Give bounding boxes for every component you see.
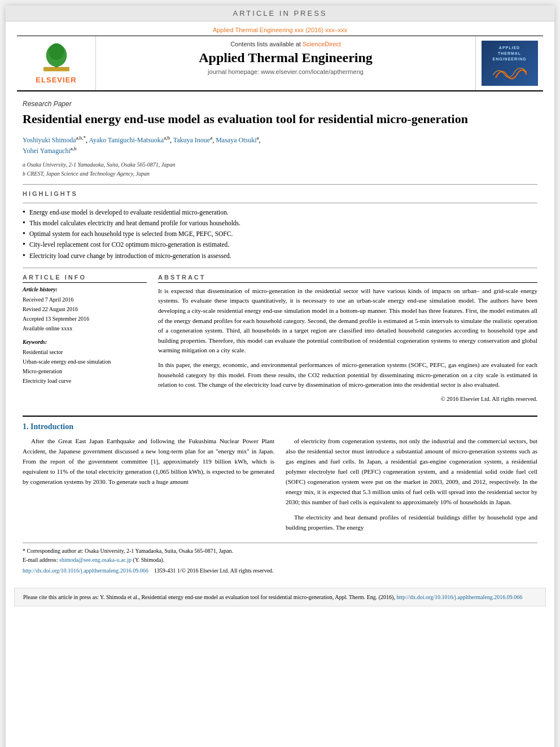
keyword-2: Urban-scale energy end-use simulation	[23, 357, 147, 366]
journal-logo-box: APPLIED THERMAL ENGINEERING	[482, 41, 538, 86]
journal-homepage: journal homepage: www.elsevier.com/locat…	[102, 68, 470, 75]
abstract-title: ABSTRACT	[158, 274, 537, 283]
journal-header-section: ELSEVIER Contents lists available at Sci…	[17, 36, 543, 91]
authors: Yoshiyuki Shimodaa,b,*, Ayako Taniguchi-…	[23, 134, 537, 156]
accepted-date: Accepted 13 September 2016	[23, 314, 147, 324]
introduction-section: 1. Introduction After the Great East Jap…	[23, 416, 537, 537]
affiliations: a Osaka University, 2-1 Yamadaoka, Suita…	[23, 160, 537, 178]
journal-logo-right: APPLIED THERMAL ENGINEERING	[475, 36, 543, 90]
intro-col1-para1: After the Great East Japan Earthquake an…	[23, 436, 274, 487]
highlight-item-4: City-level replacement cost for CO2 opti…	[23, 240, 537, 250]
svg-rect-3	[43, 67, 69, 71]
section-number: 1.	[23, 422, 29, 431]
keyword-3: Micro-generation	[23, 366, 147, 376]
author-yamaguchi: Yohei Yamaguchi	[23, 147, 71, 155]
article-info-col: ARTICLE INFO Article history: Received 7…	[23, 274, 147, 409]
journal-center: Contents lists available at ScienceDirec…	[96, 36, 475, 90]
email-link[interactable]: shimoda@see.eng.osaka-u.ac.jp	[59, 557, 132, 563]
banner-text: ARTICLE IN PRESS	[233, 9, 327, 18]
email-note: E-mail address: shimoda@see.eng.osaka-u.…	[23, 556, 537, 565]
bottom-links: http://dx.doi.org/10.1016/j.applthermale…	[23, 567, 537, 574]
revised-date: Revised 22 August 2016	[23, 304, 147, 314]
journal-header-top: Applied Thermal Engineering xxx (2016) x…	[6, 21, 554, 36]
svg-point-2	[49, 43, 64, 60]
logo-line3: ENGINEERING	[492, 57, 526, 61]
highlight-item-2: This model calculates electricity and he…	[23, 219, 537, 228]
affiliation-b: b CREST, Japan Science and Technology Ag…	[23, 169, 537, 178]
keywords-label: Keywords:	[23, 339, 147, 345]
journal-title: Applied Thermal Engineering	[102, 50, 470, 65]
article-history-label: Article history:	[23, 286, 147, 292]
citation-doi-link[interactable]: http://dx.doi.org/10.1016/j.applthermale…	[396, 594, 522, 600]
highlight-item-5: Electricity load curve change by introdu…	[23, 251, 537, 261]
article-history: Received 7 April 2016 Revised 22 August …	[23, 295, 147, 333]
section-title: Introduction	[30, 422, 73, 431]
email-suffix: (Y. Shimoda).	[133, 557, 165, 563]
logo-decoration-icon	[493, 64, 527, 81]
article-info-title: ARTICLE INFO	[23, 274, 147, 283]
author-shimoda: Yoshiyuki Shimoda	[23, 136, 76, 144]
received-date: Received 7 April 2016	[23, 295, 147, 304]
footnotes: * Corresponding author at: Osaka Univers…	[23, 543, 537, 565]
article-type-label: Research Paper	[23, 100, 537, 108]
keyword-4: Electricity load curve	[23, 376, 147, 386]
abstract-text: It is expected that dissemination of mic…	[158, 286, 537, 404]
corresponding-author-note: * Corresponding author at: Osaka Univers…	[23, 547, 537, 556]
page: ARTICLE IN PRESS Applied Thermal Enginee…	[6, 6, 554, 747]
email-label: E-mail address:	[23, 557, 58, 563]
doi-link-1[interactable]: http://dx.doi.org/10.1016/j.applthermale…	[23, 567, 148, 574]
highlights-section: HIGHLIGHTS Energy end-use model is devel…	[23, 190, 537, 261]
elsevier-text: ELSEVIER	[36, 76, 76, 84]
abstract-col: ABSTRACT It is expected that disseminati…	[158, 274, 537, 409]
author-taniguchi: Ayako Taniguchi-Matsuoka	[89, 136, 164, 144]
abstract-para1: It is expected that dissemination of mic…	[158, 286, 537, 356]
copyright-notice: © 2016 Elsevier Ltd. All rights reserved…	[158, 395, 537, 404]
highlight-item-3: Optimal system for each household type i…	[23, 229, 537, 239]
article-title: Residential energy end-use model as eval…	[23, 111, 537, 128]
bottom-citation-bar: Please cite this article in press as: Y.…	[14, 588, 546, 606]
author-otsuki: Masaya Otsuki	[216, 136, 256, 144]
highlight-item-1: Energy end-use model is developed to eva…	[23, 208, 537, 217]
body-two-col: After the Great East Japan Earthquake an…	[23, 436, 537, 537]
author-inoue: Takuya Inoue	[173, 136, 210, 144]
affiliation-a: a Osaka University, 2-1 Yamadaoka, Suita…	[23, 160, 537, 169]
citation-text: Please cite this article in press as: Y.…	[23, 594, 395, 600]
introduction-title: 1. Introduction	[23, 422, 537, 431]
issn-text: 1359-431 1/© 2016 Elsevier Ltd. All righ…	[154, 567, 274, 574]
main-content: Research Paper Residential energy end-us…	[6, 91, 554, 582]
abstract-para2: In this paper, the energy, economic, and…	[158, 360, 537, 390]
article-in-press-banner: ARTICLE IN PRESS	[6, 6, 554, 21]
keywords: Residential sector Urban-scale energy en…	[23, 347, 147, 386]
body-col-right: of electricity from cogeneration systems…	[286, 436, 537, 537]
elsevier-tree-icon	[37, 42, 76, 73]
logo-line2: THERMAL	[498, 51, 521, 55]
divider-before-article-info	[23, 268, 537, 268]
divider-after-affiliations	[23, 184, 537, 185]
highlights-title: HIGHLIGHTS	[23, 190, 537, 197]
highlights-list: Energy end-use model is developed to eva…	[23, 208, 537, 261]
journal-volume-link[interactable]: Applied Thermal Engineering xxx (2016) x…	[213, 27, 347, 33]
intro-col2-para2: The electricity and heat demand profiles…	[286, 512, 537, 532]
sciencedirect-line: Contents lists available at ScienceDirec…	[102, 41, 470, 47]
body-col-left: After the Great East Japan Earthquake an…	[23, 436, 274, 537]
article-info-abstract: ARTICLE INFO Article history: Received 7…	[23, 274, 537, 409]
available-online: Available online xxxx	[23, 324, 147, 333]
keyword-1: Residential sector	[23, 347, 147, 357]
highlights-divider	[23, 203, 537, 203]
intro-col2-para1: of electricity from cogeneration systems…	[286, 436, 537, 508]
sciencedirect-link[interactable]: ScienceDirect	[303, 41, 341, 47]
logo-line1: APPLIED	[499, 46, 520, 50]
elsevier-logo: ELSEVIER	[17, 36, 96, 90]
